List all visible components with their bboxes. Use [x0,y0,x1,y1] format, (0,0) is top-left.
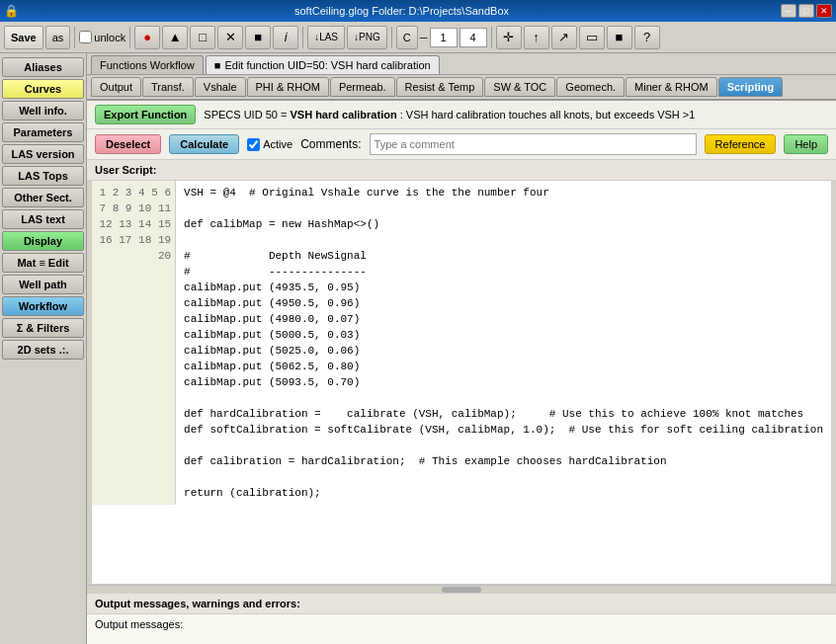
italic-btn[interactable]: i [273,26,298,49]
minimize-button[interactable]: ─ [781,4,796,18]
deselect-button[interactable]: Deselect [95,134,161,154]
sidebar-item-well-info[interactable]: Well info. [2,101,84,121]
subtab-scripting[interactable]: Scripting [718,77,784,97]
tab-edit-function[interactable]: ■ Edit function UID=50: VSH hard calibra… [206,55,440,74]
x-btn[interactable]: ✕ [217,26,243,49]
output-messages-text: Output messages: [95,618,183,630]
sidebar-item-aliases[interactable]: Aliases [2,57,84,77]
titlebar: 🔒 softCeiling.glog Folder: D:\Projects\S… [0,0,836,22]
subtab-vshale[interactable]: Vshale [195,77,246,97]
code-area: 1 2 3 4 5 6 7 8 9 10 11 12 13 14 15 16 1… [92,181,831,505]
square-btn[interactable]: ■ [245,26,271,49]
action-bar: Deselect Calculate Active Comments: Refe… [87,129,836,160]
toolbar-sep-4 [391,27,392,48]
subtab-geomech[interactable]: Geomech. [556,77,625,97]
save-button[interactable]: Save [4,26,43,49]
sidebar-item-display[interactable]: Display [2,231,84,251]
c-btn[interactable]: C [396,26,418,49]
tab-bar: Functions Workflow ■ Edit function UID=5… [87,53,836,75]
tab-functions-workflow[interactable]: Functions Workflow [91,55,204,74]
subtab-phi-rhom[interactable]: PHI & RHOM [247,77,329,97]
lock-icon: 🔒 [4,4,23,18]
script-section: User Script: 1 2 3 4 5 6 7 8 9 10 11 12 … [87,160,836,593]
sidebar-item-las-text[interactable]: LAS text [2,209,84,229]
toolbar-sep-3 [302,27,303,48]
output-section: Output messages, warnings and errors: Ou… [87,593,836,644]
sidebar-item-las-tops[interactable]: LAS Tops [2,166,84,186]
reference-button[interactable]: Reference [705,134,777,154]
output-content: Output messages: [87,614,836,644]
edit-tab-square-icon: ■ [214,59,221,71]
curve-btn[interactable]: ↗ [551,26,577,49]
stop-btn[interactable]: ■ [607,26,632,49]
unlock-checkbox[interactable]: unlock [79,31,125,43]
toolbar: Save as unlock ● ▲ □ ✕ ■ i ↓LAS ↓PNG C ─… [0,22,836,53]
toolbar-sep-2 [129,27,130,48]
comments-label: Comments: [300,137,361,151]
arrow-up-btn[interactable]: ↑ [524,26,549,49]
active-checkbox[interactable] [247,138,260,151]
output-label: Output messages, warnings and errors: [87,594,836,614]
toolbar-minus: ─ [420,32,428,43]
toolbar-sep-1 [74,27,75,48]
sidebar-item-curves[interactable]: Curves [2,79,84,99]
subtab-permeab[interactable]: Permeab. [330,77,395,97]
close-button[interactable]: ✕ [816,4,832,18]
triangle-btn[interactable]: ▲ [162,26,188,49]
subtab-transf[interactable]: Transf. [142,77,194,97]
titlebar-title: softCeiling.glog Folder: D:\Projects\San… [23,5,781,17]
scroll-hint [87,585,836,593]
crosshair-btn[interactable]: ✛ [496,26,522,49]
active-checkbox-label[interactable]: Active [247,138,293,151]
restore-button[interactable]: □ [798,4,814,18]
content-area: Functions Workflow ■ Edit function UID=5… [87,53,836,644]
sidebar-item-other-sect[interactable]: Other Sect. [2,188,84,207]
scroll-thumb [442,587,481,593]
script-container[interactable]: 1 2 3 4 5 6 7 8 9 10 11 12 13 14 15 16 1… [91,180,832,585]
sidebar-item-las-version[interactable]: LAS version [2,144,84,164]
subtab-sw-toc[interactable]: SW & TOC [484,77,555,97]
calculate-button[interactable]: Calculate [169,134,239,154]
rect-draw-btn[interactable]: □ [190,26,215,49]
toolbar-sep-5 [491,27,492,48]
subtab-output[interactable]: Output [91,77,141,97]
comments-input[interactable] [370,133,697,155]
code-content[interactable]: VSH = @4 # Original Vshale curve is the … [176,181,831,505]
line-numbers: 1 2 3 4 5 6 7 8 9 10 11 12 13 14 15 16 1… [92,181,176,505]
as-button[interactable]: as [45,26,71,49]
spinner-1[interactable] [430,28,458,47]
sidebar-item-parameters[interactable]: Parameters [2,122,84,142]
las-download-btn[interactable]: ↓LAS [307,26,345,49]
script-label: User Script: [87,160,836,180]
spinner-2[interactable] [460,28,487,47]
sidebar-item-sigma-filters[interactable]: Σ & Filters [2,318,84,338]
sidebar: Aliases Curves Well info. Parameters LAS… [0,53,87,644]
color-red-btn[interactable]: ● [134,26,160,49]
png-download-btn[interactable]: ↓PNG [347,26,387,49]
help-toolbar-btn[interactable]: ? [634,26,660,49]
subtab-miner-rhom[interactable]: Miner & RHOM [626,77,717,97]
sidebar-item-2d-sets[interactable]: 2D sets .:. [2,340,84,360]
rect-btn[interactable]: ▭ [579,26,605,49]
sidebar-item-mat-edit[interactable]: Mat ≡ Edit [2,253,84,273]
titlebar-controls: ─ □ ✕ [781,4,832,18]
subtab-resist-temp[interactable]: Resist & Temp [396,77,484,97]
sidebar-item-workflow[interactable]: Workflow [2,296,84,316]
main-layout: Aliases Curves Well info. Parameters LAS… [0,53,836,644]
func-info-bar: Export Function SPECS UID 50 = VSH hard … [87,101,836,129]
specs-text: SPECS UID 50 = VSH hard calibration : VS… [204,109,695,121]
subtab-bar: Output Transf. Vshale PHI & RHOM Permeab… [87,75,836,101]
sidebar-item-well-path[interactable]: Well path [2,275,84,294]
export-function-button[interactable]: Export Function [95,105,196,124]
help-button[interactable]: Help [784,134,828,154]
